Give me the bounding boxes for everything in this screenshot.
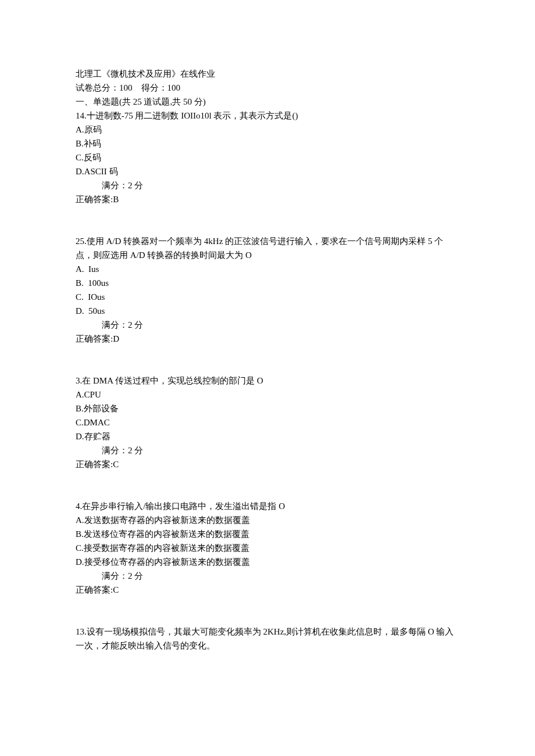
question-option: A.CPU: [76, 388, 459, 402]
question-stem: 25.使用 A/D 转换器对一个频率为 4kHz 的正弦波信号进行输入，要求在一…: [76, 234, 459, 262]
correct-answer: 正确答案:C: [76, 583, 459, 597]
correct-answer: 正确答案:C: [76, 457, 459, 471]
correct-answer: 正确答案:D: [76, 332, 459, 346]
full-marks: 满分：2 分: [76, 318, 459, 332]
question-option: D. 50us: [76, 304, 459, 318]
doc-title: 北理工《微机技术及应用》在线作业: [76, 67, 459, 81]
question-stem: 14.十进制数-75 用二进制数 IOIIo10l 表示，其表示方式是(): [76, 109, 459, 123]
question-option: A.发送数据寄存器的内容被新送来的数据覆盖: [76, 513, 459, 527]
blank-spacer: [76, 346, 459, 374]
question-option: A. Ius: [76, 262, 459, 276]
section-heading: 一、单选题(共 25 道试题,共 50 分): [76, 95, 459, 109]
question-stem: 3.在 DMA 传送过程中，实现总线控制的部门是 O: [76, 374, 459, 388]
score-line: 试卷总分：100 得分：100: [76, 81, 459, 95]
full-marks: 满分：2 分: [76, 178, 459, 192]
question-option: D.存贮器: [76, 429, 459, 443]
question-option: C. IOus: [76, 290, 459, 304]
question-option: D.接受移位寄存器的内容被新送来的数据覆盖: [76, 555, 459, 569]
question-option: B.外部设备: [76, 402, 459, 415]
question-option: C.接受数据寄存器的内容被新送来的数据覆盖: [76, 541, 459, 555]
question-option: C.DMAC: [76, 415, 459, 429]
question-option: B.发送移位寄存器的内容被新送来的数据覆盖: [76, 527, 459, 541]
question-stem: 13.设有一现场模拟信号，其最大可能变化频率为 2KHz,则计算机在收集此信息时…: [76, 625, 459, 653]
full-marks: 满分：2 分: [76, 569, 459, 583]
question-option: C.反码: [76, 151, 459, 164]
question-option: B. 100us: [76, 276, 459, 290]
question-stem: 4.在异步串行输入/输出接口电路中，发生溢出错是指 O: [76, 499, 459, 513]
blank-spacer: [76, 471, 459, 499]
blank-spacer: [76, 597, 459, 625]
correct-answer: 正确答案:B: [76, 192, 459, 206]
blank-spacer: [76, 206, 459, 234]
question-option: B.补码: [76, 137, 459, 151]
question-option: D.ASCII 码: [76, 164, 459, 178]
question-option: A.原码: [76, 123, 459, 137]
full-marks: 满分：2 分: [76, 443, 459, 457]
